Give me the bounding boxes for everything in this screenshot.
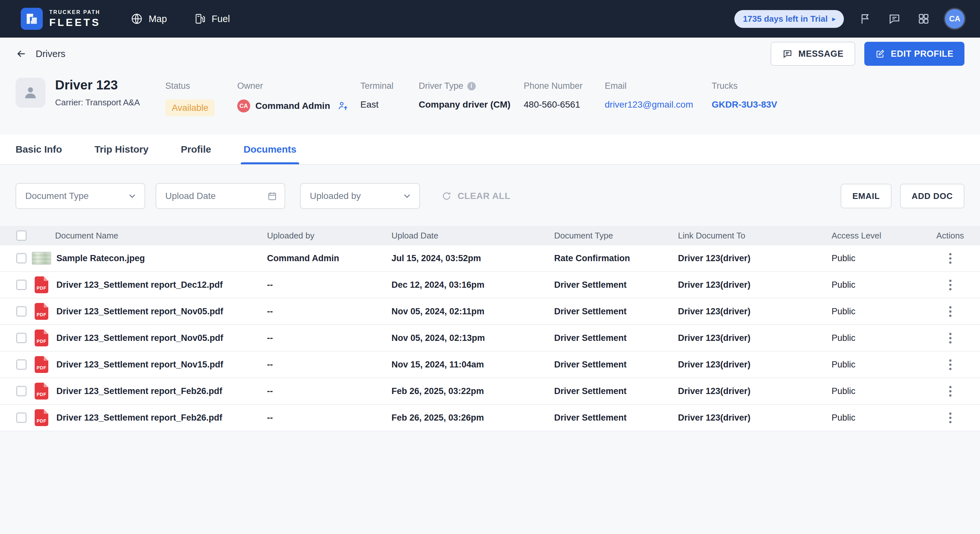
nav-item-fuel[interactable]: Fuel xyxy=(194,13,230,25)
row-actions-cell xyxy=(920,329,980,347)
status-label: Status xyxy=(165,81,237,91)
uploaded-by-cell: Command Admin xyxy=(267,253,391,264)
link-document-to-cell: Driver 123(driver) xyxy=(678,360,832,370)
tab-basic-info[interactable]: Basic Info xyxy=(16,135,62,164)
file-icon: PDF xyxy=(32,356,51,373)
fuel-icon xyxy=(194,13,206,25)
row-checkbox[interactable] xyxy=(16,253,27,264)
user-avatar[interactable]: CA xyxy=(945,9,964,29)
tab-profile[interactable]: Profile xyxy=(181,135,211,164)
table-row: PDF Driver 123_Settlement report_Feb26.p… xyxy=(0,378,980,405)
upload-date-cell: Feb 26, 2025, 03:22pm xyxy=(391,386,554,396)
select-all-checkbox[interactable] xyxy=(16,230,27,241)
document-name-cell: PDF Driver 123_Settlement report_Nov05.p… xyxy=(0,303,267,320)
field-owner: Owner CA Command Admin xyxy=(237,78,360,113)
trial-badge[interactable]: 1735 days left in Trial ▸ xyxy=(734,10,844,28)
tab-documents[interactable]: Documents xyxy=(243,135,296,164)
document-name[interactable]: Driver 123_Settlement report_Feb26.pdf xyxy=(56,413,222,423)
row-checkbox[interactable] xyxy=(16,386,27,396)
kebab-menu-icon[interactable] xyxy=(944,302,957,321)
owner-label: Owner xyxy=(237,81,360,91)
field-email: Email driver123@gmail.com xyxy=(605,78,712,110)
file-icon: PDF xyxy=(32,252,51,265)
uploaded-by-cell: -- xyxy=(267,280,391,290)
tab-trip-history[interactable]: Trip History xyxy=(94,135,148,164)
header-link-document-to: Link Document To xyxy=(678,231,832,241)
kebab-menu-icon[interactable] xyxy=(944,408,957,427)
uploaded-by-select[interactable]: Uploaded by xyxy=(300,183,420,209)
add-doc-button[interactable]: ADD DOC xyxy=(900,184,964,208)
row-checkbox[interactable] xyxy=(16,333,27,343)
email-button[interactable]: EMAIL xyxy=(841,184,891,208)
upload-date-placeholder: Upload Date xyxy=(165,191,216,201)
access-level-cell: Public xyxy=(832,280,920,290)
reassign-owner-icon[interactable] xyxy=(337,100,348,111)
pdf-file-icon: PDF xyxy=(35,356,48,373)
header-uploaded-by: Uploaded by xyxy=(267,231,391,241)
navbar-right-group: 1735 days left in Trial ▸ CA xyxy=(734,9,964,29)
trucks-label: Trucks xyxy=(712,81,964,91)
link-document-to-cell: Driver 123(driver) xyxy=(678,333,832,343)
link-document-to-cell: Driver 123(driver) xyxy=(678,280,832,290)
row-actions-cell xyxy=(920,408,980,427)
document-name-cell: PDF Driver 123_Settlement report_Feb26.p… xyxy=(0,383,267,399)
document-type-cell: Driver Settlement xyxy=(554,413,678,423)
access-level-cell: Public xyxy=(832,253,920,264)
info-icon[interactable] xyxy=(467,82,476,91)
back-arrow-icon xyxy=(16,48,27,60)
table-body: PDF Sample Ratecon.jpeg Command Admin Ju… xyxy=(0,245,980,431)
kebab-menu-icon[interactable] xyxy=(944,356,957,374)
document-type-cell: Driver Settlement xyxy=(554,360,678,370)
trial-badge-label: 1735 days left in Trial xyxy=(743,14,828,24)
message-button[interactable]: MESSAGE xyxy=(771,42,855,66)
pdf-file-icon: PDF xyxy=(35,329,48,346)
apps-grid-icon[interactable] xyxy=(916,11,931,27)
nav-item-map-label: Map xyxy=(149,14,167,24)
status-badge: Available xyxy=(165,100,215,116)
nav-item-map[interactable]: Map xyxy=(130,13,167,25)
table-row: PDF Driver 123_Settlement report_Nov15.p… xyxy=(0,351,980,378)
driver-type-label: Driver Type xyxy=(419,81,463,91)
edit-profile-button-label: EDIT PROFILE xyxy=(891,49,953,59)
chat-icon[interactable] xyxy=(887,11,902,27)
document-name[interactable]: Driver 123_Settlement report_Feb26.pdf xyxy=(56,386,222,396)
edit-pencil-icon xyxy=(875,49,885,59)
table-row: PDF Driver 123_Settlement report_Nov05.p… xyxy=(0,299,980,325)
upload-date-cell: Feb 26, 2025, 03:26pm xyxy=(391,413,554,423)
document-name[interactable]: Driver 123_Settlement report_Nov05.pdf xyxy=(56,333,223,343)
brand-logo-block[interactable]: TRUCKER PATH FLEETS xyxy=(21,8,101,30)
kebab-menu-icon[interactable] xyxy=(944,329,957,347)
document-name[interactable]: Driver 123_Settlement report_Dec12.pdf xyxy=(56,280,223,290)
upload-date-cell: Jul 15, 2024, 03:52pm xyxy=(391,253,554,264)
table-row: PDF Sample Ratecon.jpeg Command Admin Ju… xyxy=(0,245,980,272)
row-checkbox[interactable] xyxy=(16,306,27,316)
kebab-menu-icon[interactable] xyxy=(944,249,957,268)
email-link[interactable]: driver123@gmail.com xyxy=(605,100,712,110)
document-name-cell: PDF Driver 123_Settlement report_Dec12.p… xyxy=(0,277,267,293)
header-document-type: Document Type xyxy=(554,231,678,241)
row-checkbox[interactable] xyxy=(16,413,27,423)
access-level-cell: Public xyxy=(832,413,920,423)
uploaded-by-placeholder: Uploaded by xyxy=(310,191,361,201)
document-name[interactable]: Driver 123_Settlement report_Nov05.pdf xyxy=(56,307,223,316)
owner-name: Command Admin xyxy=(255,101,330,111)
clear-all-button[interactable]: CLEAR ALL xyxy=(441,191,511,201)
route-flag-icon[interactable] xyxy=(858,11,873,27)
field-terminal: Terminal East xyxy=(360,78,419,110)
document-name[interactable]: Sample Ratecon.jpeg xyxy=(56,253,145,264)
upload-date-input[interactable]: Upload Date xyxy=(156,183,285,209)
row-checkbox[interactable] xyxy=(16,280,27,290)
truck-link[interactable]: GKDR-3U3-83V xyxy=(712,100,964,110)
document-name[interactable]: Driver 123_Settlement report_Nov15.pdf xyxy=(56,360,223,370)
refresh-icon xyxy=(441,191,452,201)
document-type-cell: Driver Settlement xyxy=(554,386,678,396)
kebab-menu-icon[interactable] xyxy=(944,382,957,400)
link-document-to-cell: Driver 123(driver) xyxy=(678,307,832,316)
document-type-select[interactable]: Document Type xyxy=(16,183,145,209)
kebab-menu-icon[interactable] xyxy=(944,276,957,294)
back-to-drivers[interactable]: Drivers xyxy=(16,48,65,60)
table-row: PDF Driver 123_Settlement report_Feb26.p… xyxy=(0,405,980,431)
edit-profile-button[interactable]: EDIT PROFILE xyxy=(864,42,964,66)
row-checkbox[interactable] xyxy=(16,359,27,370)
upload-date-cell: Nov 15, 2024, 11:04am xyxy=(391,360,554,370)
